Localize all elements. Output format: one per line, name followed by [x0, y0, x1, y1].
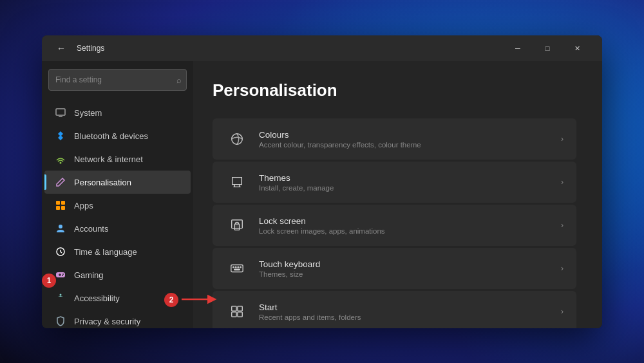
colours-name: Colours: [259, 130, 551, 140]
svg-rect-3: [59, 116, 62, 117]
setting-item-touchkeyboard[interactable]: Touch keyboardThemes, size›: [213, 248, 576, 289]
svg-rect-7: [56, 206, 60, 210]
network-icon: [55, 153, 66, 165]
sidebar-label-network: Network & internet: [74, 154, 143, 164]
themes-name: Themes: [259, 173, 551, 183]
content-area: ⌕ SystemBluetooth & devicesNetwork & int…: [42, 61, 602, 328]
annotation-badge-2: 2: [164, 293, 178, 307]
lockscreen-desc: Lock screen images, apps, animations: [259, 227, 551, 235]
system-icon: [55, 107, 66, 118]
sidebar-label-time: Time & language: [74, 247, 137, 257]
start-icon: [225, 300, 249, 323]
setting-item-themes[interactable]: ThemesInstall, create, manage›: [213, 162, 576, 203]
svg-rect-8: [61, 206, 65, 210]
sidebar-label-gaming: Gaming: [74, 270, 104, 280]
svg-rect-20: [231, 265, 243, 272]
sidebar-item-gaming[interactable]: Gaming: [44, 263, 191, 286]
colours-text: ColoursAccent colour, transparency effec…: [259, 130, 551, 149]
sidebar: ⌕ SystemBluetooth & devicesNetwork & int…: [42, 61, 193, 328]
svg-rect-2: [56, 109, 65, 115]
sidebar-item-bluetooth[interactable]: Bluetooth & devices: [44, 124, 191, 147]
svg-point-4: [60, 162, 62, 164]
setting-item-start[interactable]: StartRecent apps and items, folders›: [213, 291, 576, 328]
sidebar-label-system: System: [74, 108, 102, 118]
sidebar-label-bluetooth: Bluetooth & devices: [74, 131, 148, 141]
main-content: Personalisation ColoursAccent colour, tr…: [193, 61, 602, 328]
personalisation-icon: [55, 176, 66, 188]
start-desc: Recent apps and items, folders: [259, 313, 551, 321]
sidebar-label-privacy: Privacy & security: [74, 317, 140, 326]
close-button[interactable]: ✕: [562, 38, 592, 59]
window-title: Settings: [77, 44, 503, 53]
sidebar-item-personalisation[interactable]: Personalisation: [44, 171, 191, 194]
privacy-icon: [55, 315, 66, 327]
sidebar-item-network[interactable]: Network & internet: [44, 147, 191, 171]
touchkeyboard-name: Touch keyboard: [259, 259, 551, 269]
themes-text: ThemesInstall, create, manage: [259, 173, 551, 192]
svg-point-15: [62, 275, 63, 276]
bluetooth-icon: [55, 130, 66, 142]
sidebar-label-accounts: Accounts: [74, 224, 108, 234]
svg-rect-19: [234, 224, 239, 230]
svg-point-9: [59, 225, 62, 228]
sidebar-item-time[interactable]: Time & language: [44, 240, 191, 263]
touchkeyboard-text: Touch keyboardThemes, size: [259, 259, 551, 278]
colours-desc: Accent colour, transparency effects, col…: [259, 141, 551, 149]
search-input[interactable]: [48, 69, 187, 91]
settings-list: ColoursAccent colour, transparency effec…: [213, 118, 576, 328]
titlebar: ← Settings ─ □ ✕: [42, 35, 602, 61]
start-text: StartRecent apps and items, folders: [259, 302, 551, 321]
svg-rect-27: [238, 306, 242, 311]
sidebar-label-accessibility: Accessibility: [74, 293, 120, 303]
lockscreen-chevron-icon: ›: [561, 221, 564, 230]
svg-rect-26: [232, 306, 236, 311]
start-name: Start: [259, 302, 551, 312]
setting-item-colours[interactable]: ColoursAccent colour, transparency effec…: [213, 118, 576, 160]
page-title: Personalisation: [213, 80, 576, 100]
setting-item-lockscreen[interactable]: Lock screenLock screen images, apps, ani…: [213, 205, 576, 246]
search-box: ⌕: [48, 69, 187, 91]
svg-rect-29: [238, 312, 242, 317]
svg-point-16: [60, 294, 62, 296]
minimize-button[interactable]: ─: [503, 38, 533, 59]
window-controls: ─ □ ✕: [503, 38, 592, 59]
sidebar-label-personalisation: Personalisation: [74, 178, 131, 187]
touchkeyboard-desc: Themes, size: [259, 270, 551, 278]
touchkeyboard-icon: [225, 257, 249, 280]
themes-icon: [225, 171, 249, 194]
svg-point-17: [232, 134, 243, 145]
svg-rect-6: [61, 201, 65, 205]
sidebar-item-accounts[interactable]: Accounts: [44, 217, 191, 240]
themes-desc: Install, create, manage: [259, 184, 551, 192]
lockscreen-icon: [225, 214, 249, 237]
sidebar-item-system[interactable]: System: [44, 101, 191, 124]
lockscreen-name: Lock screen: [259, 216, 551, 226]
annotation-badge-1: 1: [42, 274, 56, 288]
sidebar-item-apps[interactable]: Apps: [44, 194, 191, 217]
svg-rect-5: [56, 201, 60, 205]
start-chevron-icon: ›: [561, 307, 564, 316]
back-button[interactable]: ←: [52, 39, 70, 57]
lockscreen-text: Lock screenLock screen images, apps, ani…: [259, 216, 551, 235]
accessibility-icon: [55, 292, 66, 304]
sidebar-label-apps: Apps: [74, 201, 93, 210]
apps-icon: [55, 200, 66, 211]
gaming-icon: [55, 269, 66, 281]
svg-rect-28: [232, 312, 236, 317]
time-icon: [55, 246, 66, 257]
themes-chevron-icon: ›: [561, 178, 564, 187]
settings-window: ← Settings ─ □ ✕ ⌕ SystemBluetooth & dev…: [42, 35, 602, 328]
maximize-button[interactable]: □: [533, 38, 562, 59]
accounts-icon: [55, 223, 66, 234]
sidebar-item-privacy[interactable]: Privacy & security: [44, 310, 191, 328]
colours-chevron-icon: ›: [561, 135, 564, 144]
touchkeyboard-chevron-icon: ›: [561, 264, 564, 273]
colours-icon: [225, 127, 249, 151]
svg-point-14: [62, 274, 64, 275]
search-icon: ⌕: [176, 75, 182, 85]
